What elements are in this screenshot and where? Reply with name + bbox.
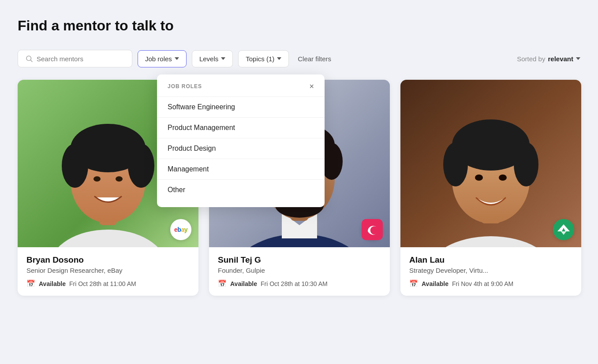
mentor-card-info-bryan: Bryan Dosono Senior Design Researcher, e… bbox=[18, 247, 198, 296]
svg-point-8 bbox=[128, 144, 154, 188]
mentor-name-sunil: Sunil Tej G bbox=[218, 255, 381, 265]
mentor-photo-alan bbox=[400, 80, 581, 247]
mentor-name-alan: Alan Lau bbox=[409, 255, 572, 265]
chevron-down-icon bbox=[277, 57, 281, 60]
clear-filters-button[interactable]: Clear filters bbox=[298, 55, 331, 63]
sort-label: Sorted by relevant bbox=[517, 55, 580, 63]
mentor-role-bryan: Senior Design Researcher, eBay bbox=[26, 267, 190, 274]
virtu-icon bbox=[553, 219, 574, 240]
dropdown-item-product-management[interactable]: Product Management bbox=[157, 117, 325, 138]
dropdown-item-product-design[interactable]: Product Design bbox=[157, 138, 325, 159]
company-badge-gulpie bbox=[362, 219, 383, 240]
chevron-down-icon bbox=[221, 57, 225, 60]
dropdown-item-management[interactable]: Management bbox=[157, 159, 325, 179]
svg-point-10 bbox=[116, 176, 123, 182]
filter-bar: Job roles Levels Topics (1) Clear filter… bbox=[18, 50, 580, 67]
mentor-availability-bryan: 📅 Available Fri Oct 28th at 11:00 AM bbox=[26, 279, 190, 288]
availability-label-bryan: Available bbox=[39, 280, 66, 287]
availability-time-sunil: Fri Oct 28th at 10:30 AM bbox=[261, 280, 328, 287]
svg-point-27 bbox=[443, 142, 468, 186]
availability-label-sunil: Available bbox=[230, 280, 257, 287]
company-badge-virtu bbox=[553, 219, 574, 240]
dropdown-close-button[interactable]: × bbox=[309, 82, 314, 90]
svg-point-29 bbox=[475, 175, 483, 181]
calendar-icon-bryan: 📅 bbox=[26, 279, 35, 288]
dropdown-item-other[interactable]: Other bbox=[157, 179, 325, 200]
company-badge-ebay: ebay bbox=[170, 219, 191, 240]
svg-point-30 bbox=[499, 175, 507, 181]
availability-label-alan: Available bbox=[422, 280, 448, 287]
mentor-card-alan[interactable]: Alan Lau Strategy Developer, Virtu... 📅 … bbox=[400, 80, 581, 296]
svg-point-31 bbox=[553, 219, 574, 240]
svg-point-0 bbox=[26, 56, 31, 61]
search-icon bbox=[25, 55, 33, 63]
dropdown-item-software-engineering[interactable]: Software Engineering bbox=[157, 97, 325, 117]
mentor-name-bryan: Bryan Dosono bbox=[26, 255, 190, 265]
gulpie-icon bbox=[362, 219, 383, 240]
mentor-role-alan: Strategy Developer, Virtu... bbox=[409, 267, 572, 274]
mentor-availability-alan: 📅 Available Fri Nov 4th at 9:00 AM bbox=[409, 279, 572, 288]
calendar-icon-alan: 📅 bbox=[409, 279, 418, 288]
search-box[interactable] bbox=[18, 50, 132, 67]
dropdown-title: JOB ROLES bbox=[168, 83, 202, 89]
mentor-card-info-alan: Alan Lau Strategy Developer, Virtu... 📅 … bbox=[400, 247, 581, 296]
svg-line-1 bbox=[30, 60, 32, 62]
svg-point-9 bbox=[93, 176, 101, 182]
calendar-icon-sunil: 📅 bbox=[218, 279, 227, 288]
job-roles-dropdown: JOB ROLES × Software Engineering Product… bbox=[157, 74, 325, 207]
topics-button[interactable]: Topics (1) bbox=[238, 50, 289, 67]
search-input[interactable] bbox=[37, 55, 125, 63]
levels-button[interactable]: Levels bbox=[192, 50, 233, 67]
job-roles-button[interactable]: Job roles bbox=[138, 50, 187, 67]
svg-point-28 bbox=[514, 142, 538, 186]
mentor-card-info-sunil: Sunil Tej G Founder, Gulpie 📅 Available … bbox=[209, 247, 390, 296]
chevron-down-icon bbox=[175, 57, 179, 60]
svg-rect-21 bbox=[362, 219, 383, 240]
svg-point-7 bbox=[62, 144, 88, 188]
mentor-availability-sunil: 📅 Available Fri Oct 28th at 10:30 AM bbox=[218, 279, 381, 288]
page-title: Find a mentor to talk to bbox=[18, 18, 580, 34]
sort-chevron-icon[interactable] bbox=[576, 57, 580, 60]
availability-time-bryan: Fri Oct 28th at 11:00 AM bbox=[69, 280, 136, 287]
availability-time-alan: Fri Nov 4th at 9:00 AM bbox=[452, 280, 513, 287]
mentor-role-sunil: Founder, Gulpie bbox=[218, 267, 381, 274]
dropdown-header: JOB ROLES × bbox=[157, 74, 325, 97]
